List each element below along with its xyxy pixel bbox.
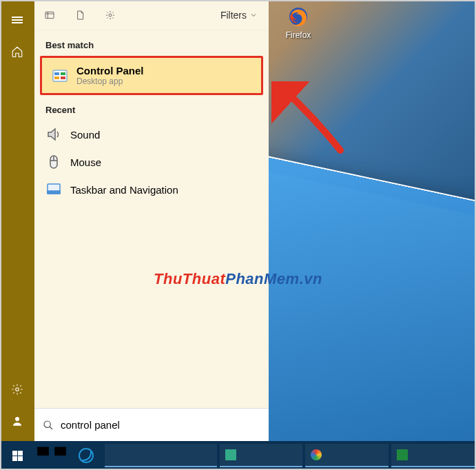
filters-label: Filters [220, 10, 247, 21]
svg-point-13 [44, 421, 50, 427]
settings-button[interactable] [0, 374, 34, 405]
recent-item-label: Mouse [70, 156, 101, 168]
best-match-subtitle: Desktop app [76, 76, 144, 86]
task-view-icon [34, 438, 69, 470]
svg-point-1 [16, 388, 19, 391]
sound-icon [45, 126, 62, 143]
document-icon [74, 10, 85, 21]
taskbar [0, 441, 476, 470]
svg-rect-15 [54, 447, 66, 456]
home-icon [11, 45, 23, 58]
taskbar-app-item[interactable] [305, 444, 389, 467]
svg-rect-5 [53, 70, 67, 81]
chrome-icon [311, 449, 322, 460]
windows-logo-icon [12, 451, 23, 461]
recent-item-sound[interactable]: Sound [34, 121, 269, 148]
panel-top-toolbar: Filters [34, 0, 269, 30]
documents-tab[interactable] [65, 0, 95, 30]
edge-icon [79, 448, 94, 463]
user-icon [11, 415, 23, 427]
desktop-shortcut-label: Firefox [286, 30, 311, 40]
mouse-icon [45, 154, 62, 170]
svg-rect-3 [45, 12, 54, 18]
search-input-row [34, 408, 269, 441]
svg-point-2 [15, 417, 19, 421]
hamburger-icon [12, 15, 23, 25]
gear-icon [105, 10, 116, 21]
desktop-shortcut-firefox[interactable]: Firefox [277, 6, 320, 40]
svg-rect-9 [61, 76, 65, 79]
watermark: ThuThuatPhanMem.vn [154, 270, 322, 288]
taskbar-nav-icon [45, 181, 62, 198]
taskbar-app-item[interactable] [105, 444, 217, 467]
settings-tab[interactable] [95, 0, 125, 30]
recent-item-label: Sound [70, 129, 100, 141]
best-match-result[interactable]: Control Panel Desktop app [40, 56, 263, 95]
recent-item-mouse[interactable]: Mouse [34, 148, 269, 176]
recent-apps-tab[interactable] [34, 0, 65, 30]
recent-apps-icon [44, 10, 55, 21]
annotation-arrow [271, 81, 354, 167]
chevron-down-icon [249, 11, 258, 19]
svg-rect-14 [37, 447, 49, 456]
svg-rect-12 [48, 191, 60, 194]
taskbar-app-item[interactable] [391, 444, 475, 467]
watermark-part2: PhanMem.vn [225, 270, 322, 287]
excel-icon [397, 449, 408, 460]
start-sidebar-rail [0, 0, 34, 441]
svg-rect-7 [61, 72, 65, 75]
edge-button[interactable] [69, 441, 103, 470]
control-panel-icon [52, 68, 68, 84]
search-icon [43, 420, 54, 431]
svg-point-4 [109, 14, 112, 17]
svg-rect-8 [54, 76, 59, 79]
recent-item-label: Taskbar and Navigation [70, 184, 178, 196]
svg-rect-6 [54, 72, 59, 75]
home-button[interactable] [0, 36, 34, 68]
search-input[interactable] [61, 419, 260, 431]
gear-icon [11, 383, 23, 396]
search-results-panel: Filters Best match Control Panel Desktop… [34, 0, 269, 441]
account-button[interactable] [0, 405, 34, 437]
watermark-part1: ThuThuat [154, 270, 225, 287]
filters-dropdown[interactable]: Filters [220, 10, 258, 21]
firefox-icon [287, 6, 309, 28]
task-view-button[interactable] [34, 441, 69, 470]
start-button[interactable] [0, 441, 34, 470]
hamburger-menu-button[interactable] [0, 4, 34, 36]
recent-item-taskbar[interactable]: Taskbar and Navigation [34, 176, 269, 203]
best-match-title: Control Panel [76, 65, 144, 76]
best-match-header: Best match [34, 30, 269, 56]
taskbar-app-item[interactable] [220, 444, 303, 467]
recent-header: Recent [34, 95, 269, 121]
